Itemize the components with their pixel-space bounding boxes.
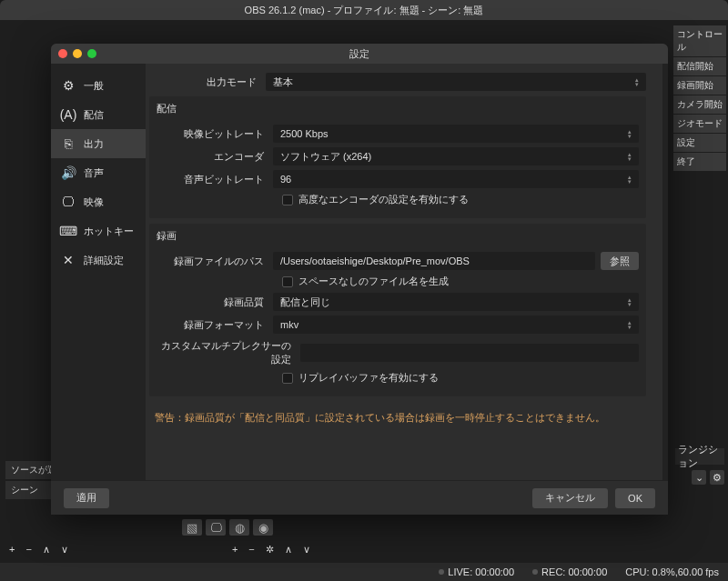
controls-panel: コントロール 配信開始 録画開始 カメラ開始 ジオモード 設定 終了 — [673, 20, 726, 172]
nospace-filename-label: スペースなしのファイル名を生成 — [298, 275, 449, 288]
start-stream-button[interactable]: 配信開始 — [673, 57, 726, 75]
settings-title: 設定 — [349, 47, 369, 61]
display-icon: 🖵 — [60, 195, 76, 209]
replay-buffer-label: リプレイバッファを有効にする — [298, 371, 439, 385]
output-mode-label: 出力モード — [149, 75, 266, 89]
output-mode-select[interactable]: 基本▴▾ — [266, 73, 646, 91]
status-live: LIVE: 00:00:00 — [439, 566, 514, 577]
main-window-title: OBS 26.1.2 (mac) - プロファイル: 無題 - シーン: 無題 — [245, 4, 484, 17]
sidebar-item-video[interactable]: 🖵映像 — [51, 187, 146, 216]
source-gear-button[interactable]: ✲ — [266, 544, 274, 556]
transition-gear-icon[interactable]: ⚙ — [710, 470, 724, 485]
scene-up-button[interactable]: ∧ — [43, 544, 50, 556]
settings-button[interactable]: 設定 — [673, 134, 726, 152]
transition-dropdown-icon[interactable]: ⌄ — [692, 470, 706, 485]
chevron-updown-icon: ▴▾ — [628, 297, 632, 306]
source-up-button[interactable]: ∧ — [285, 544, 292, 556]
minimize-icon[interactable] — [73, 49, 82, 58]
cancel-button[interactable]: キャンセル — [532, 488, 608, 508]
settings-sidebar: ⚙一般 (A)配信 ⎘出力 🔊音声 🖵映像 ⌨ホットキー ✕詳細設定 — [51, 64, 146, 480]
encoder-select[interactable]: ソフトウェア (x264)▴▾ — [273, 147, 639, 165]
stream-section-header: 配信 — [149, 96, 646, 121]
tools-icon: ✕ — [60, 253, 76, 267]
gear-icon: ⚙ — [60, 78, 76, 93]
exit-button[interactable]: 終了 — [673, 153, 726, 171]
source-remove-button[interactable]: − — [248, 544, 254, 556]
record-section: 録画 録画ファイルのパス /Users/ootaeishige/Desktop/… — [149, 224, 646, 396]
record-path-label: 録画ファイルのパス — [157, 255, 273, 268]
custom-mux-label: カスタムマルチプレクサーの設定 — [157, 339, 300, 366]
stream-section: 配信 映像ビットレート 2500 Kbps▴▾ エンコーダ ソフトウェア (x2… — [149, 96, 646, 218]
source-image-icon: ▧ — [182, 519, 202, 536]
source-camera-icon: ◉ — [253, 519, 273, 536]
record-quality-label: 録画品質 — [157, 296, 273, 309]
audio-bitrate-label: 音声ビットレート — [157, 173, 273, 186]
main-window-titlebar: OBS 26.1.2 (mac) - プロファイル: 無題 - シーン: 無題 — [0, 0, 728, 20]
scene-add-button[interactable]: + — [9, 544, 15, 556]
source-toolbar: ▧ 🖵 ◍ ◉ — [182, 519, 273, 536]
record-quality-select[interactable]: 配信と同じ▴▾ — [273, 293, 639, 311]
source-display-icon: 🖵 — [206, 519, 226, 536]
browse-button[interactable]: 参照 — [601, 252, 639, 270]
chevron-updown-icon: ▴▾ — [635, 77, 639, 86]
scene-remove-button[interactable]: − — [25, 544, 31, 556]
warning-text: 警告：録画品質が「配信と同品質」に設定されている場合は録画を一時停止することはで… — [149, 402, 646, 428]
source-down-button[interactable]: ∨ — [303, 544, 310, 556]
settings-dialog: 設定 ⚙一般 (A)配信 ⎘出力 🔊音声 🖵映像 ⌨ホットキー ✕詳細設定 出力… — [51, 44, 668, 515]
chevron-updown-icon: ▴▾ — [628, 152, 632, 161]
record-section-header: 録画 — [149, 224, 646, 248]
nospace-filename-checkbox[interactable] — [282, 276, 293, 287]
status-bar: LIVE: 00:00:00 REC: 00:00:00 CPU: 0.8%,6… — [0, 563, 728, 581]
record-format-label: 録画フォーマット — [157, 318, 273, 332]
advanced-encoder-label: 高度なエンコーダの設定を有効にする — [298, 193, 469, 206]
close-icon[interactable] — [58, 49, 67, 58]
settings-titlebar: 設定 — [51, 44, 668, 64]
custom-mux-input[interactable] — [300, 344, 639, 362]
apply-button[interactable]: 適用 — [64, 488, 109, 508]
antenna-icon: (A) — [60, 107, 76, 122]
start-record-button[interactable]: 録画開始 — [673, 76, 726, 95]
scene-down-button[interactable]: ∨ — [61, 544, 68, 556]
settings-footer: 適用 キャンセル OK — [51, 480, 668, 515]
video-bitrate-label: 映像ビットレート — [157, 127, 273, 141]
settings-content: 出力モード 基本▴▾ 配信 映像ビットレート 2500 Kbps▴▾ エンコーダ… — [146, 64, 662, 480]
studio-mode-button[interactable]: ジオモード — [673, 115, 726, 133]
content-scrollbar[interactable] — [662, 64, 668, 480]
transition-panel: ランジション — [675, 448, 724, 465]
encoder-label: エンコーダ — [157, 150, 273, 164]
advanced-encoder-checkbox[interactable] — [282, 195, 293, 205]
video-bitrate-input[interactable]: 2500 Kbps▴▾ — [273, 125, 639, 143]
keyboard-icon: ⌨ — [60, 224, 76, 238]
record-format-select[interactable]: mkv▴▾ — [273, 316, 639, 334]
replay-buffer-checkbox[interactable] — [282, 373, 293, 384]
sidebar-item-stream[interactable]: (A)配信 — [51, 100, 146, 129]
status-rec: REC: 00:00:00 — [532, 566, 607, 577]
status-cpu: CPU: 0.8%,60.00 fps — [625, 566, 719, 577]
zoom-icon[interactable] — [87, 49, 96, 58]
source-globe-icon: ◍ — [229, 519, 249, 536]
output-icon: ⎘ — [60, 136, 76, 151]
audio-bitrate-select[interactable]: 96▴▾ — [273, 170, 639, 188]
chevron-updown-icon: ▴▾ — [628, 175, 632, 184]
bottom-toolbar: + − ∧ ∨ + − ✲ ∧ ∨ — [0, 536, 728, 563]
chevron-updown-icon: ▴▾ — [628, 320, 632, 329]
sidebar-item-output[interactable]: ⎘出力 — [51, 129, 146, 158]
sidebar-item-audio[interactable]: 🔊音声 — [51, 158, 146, 187]
source-add-button[interactable]: + — [232, 544, 238, 556]
record-path-input[interactable]: /Users/ootaeishige/Desktop/Pre_mov/OBS — [273, 252, 595, 270]
ok-button[interactable]: OK — [615, 488, 655, 508]
speaker-icon: 🔊 — [60, 165, 76, 180]
controls-header: コントロール — [673, 25, 726, 56]
sidebar-item-general[interactable]: ⚙一般 — [51, 71, 146, 100]
start-camera-button[interactable]: カメラ開始 — [673, 95, 726, 114]
sidebar-item-advanced[interactable]: ✕詳細設定 — [51, 245, 146, 275]
sidebar-item-hotkey[interactable]: ⌨ホットキー — [51, 216, 146, 245]
chevron-updown-icon: ▴▾ — [628, 129, 632, 138]
